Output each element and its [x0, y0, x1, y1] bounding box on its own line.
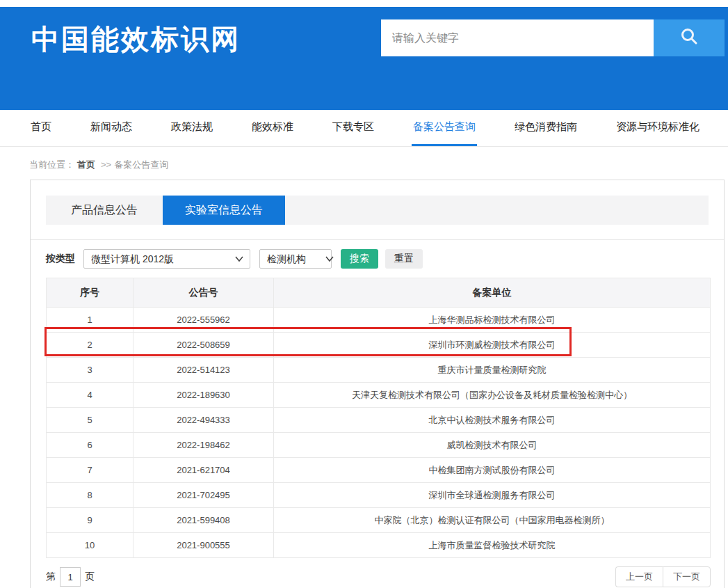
page-jump-suffix: 页	[85, 571, 95, 583]
cell-notice-no: 2022-189630	[134, 383, 274, 408]
cell-index: 4	[47, 383, 134, 408]
cell-index: 1	[47, 308, 134, 333]
page-number-input[interactable]	[60, 567, 81, 587]
cell-unit: 威凯检测技术有限公司	[274, 433, 711, 458]
table-row[interactable]: 72021-621704中检集团南方测试股份有限公司	[47, 458, 711, 483]
cell-unit: 上海华测品标检测技术有限公司	[274, 308, 711, 333]
cell-index: 7	[47, 458, 134, 483]
cell-notice-no: 2021-599408	[134, 508, 274, 533]
tab-lab-info[interactable]: 实验室信息公告	[163, 196, 285, 225]
table-row[interactable]: 92021-599408中家院（北京）检测认证有限公司（中国家用电器检测所）	[47, 508, 711, 533]
cell-index: 5	[47, 408, 134, 433]
cell-unit: 重庆市计量质量检测研究院	[274, 358, 711, 383]
section-divider	[31, 239, 724, 240]
table-row[interactable]: 32022-514123重庆市计量质量检测研究院	[47, 358, 711, 383]
cell-unit: 深圳市全球通检测服务有限公司	[274, 483, 711, 508]
breadcrumb-prefix: 当前位置：	[29, 159, 74, 170]
nav-item[interactable]: 首页	[29, 110, 53, 146]
breadcrumb-home-link[interactable]: 首页	[77, 159, 95, 170]
column-header-notice-no: 公告号	[134, 278, 274, 308]
breadcrumb-current: 备案公告查询	[114, 159, 168, 170]
pagination-row: 第 页 上一页 下一页	[46, 566, 711, 587]
page-jump-prefix: 第	[46, 571, 56, 583]
cell-notice-no: 2022-514123	[134, 358, 274, 383]
cell-notice-no: 2022-555962	[134, 308, 274, 333]
filter-type-label: 按类型	[46, 253, 75, 265]
nav-item[interactable]: 资源与环境标准化	[615, 110, 701, 146]
table-row[interactable]: 52022-494333北京中认检测技术服务有限公司	[47, 408, 711, 433]
nav-item[interactable]: 下载专区	[331, 110, 375, 146]
filter-row: 按类型 微型计算机 2012版 检测机构 搜索 重置	[46, 249, 709, 269]
table-row-highlighted[interactable]: 22022-508659深圳市环测威检测技术有限公司	[47, 333, 711, 358]
table-row[interactable]: 12022-555962上海华测品标检测技术有限公司	[47, 308, 711, 333]
top-strip	[0, 0, 728, 7]
breadcrumb: 当前位置：首页>>备案公告查询	[0, 147, 728, 180]
site-logo[interactable]: 中国能效标识网	[31, 18, 241, 60]
cell-index: 3	[47, 358, 134, 383]
cell-notice-no: 2022-494333	[134, 408, 274, 433]
category-select[interactable]: 微型计算机 2012版	[83, 249, 250, 269]
cell-index: 10	[47, 533, 134, 558]
pager-buttons: 上一页 下一页	[615, 566, 711, 587]
search-button[interactable]	[654, 19, 725, 56]
table-row[interactable]: 102021-900555上海市质量监督检验技术研究院	[47, 533, 711, 558]
cell-unit: 中家院（北京）检测认证有限公司（中国家用电器检测所）	[274, 508, 711, 533]
cell-unit: 上海市质量监督检验技术研究院	[274, 533, 711, 558]
content-panel: 产品信息公告 实验室信息公告 按类型 微型计算机 2012版 检测机构 搜索 重…	[30, 180, 725, 588]
cell-unit: 中检集团南方测试股份有限公司	[274, 458, 711, 483]
nav-item[interactable]: 新闻动态	[89, 110, 134, 146]
page-jump: 第 页	[46, 567, 95, 587]
cell-notice-no: 2021-621704	[134, 458, 274, 483]
table-row[interactable]: 62022-198462威凯检测技术有限公司	[47, 433, 711, 458]
next-page-button[interactable]: 下一页	[663, 566, 711, 587]
agency-select[interactable]: 检测机构	[259, 249, 332, 269]
tab-product-info[interactable]: 产品信息公告	[46, 196, 163, 225]
table-row[interactable]: 82021-702495深圳市全球通检测服务有限公司	[47, 483, 711, 508]
nav-item[interactable]: 绿色消费指南	[513, 110, 579, 146]
table-header-row: 序号 公告号 备案单位	[47, 278, 711, 308]
nav-item[interactable]: 政策法规	[170, 110, 214, 146]
cell-notice-no: 2021-702495	[134, 483, 274, 508]
cell-notice-no: 2022-198462	[134, 433, 274, 458]
cell-unit: 天津天复检测技术有限公司（国家办公设备及耗材质量检验检测中心）	[274, 383, 711, 408]
table-row[interactable]: 42022-189630天津天复检测技术有限公司（国家办公设备及耗材质量检验检测…	[47, 383, 711, 408]
column-header-unit: 备案单位	[274, 278, 711, 308]
header-search-group	[381, 19, 725, 56]
search-input[interactable]	[381, 19, 654, 56]
site-header: 中国能效标识网	[0, 7, 728, 110]
search-submit-button[interactable]: 搜索	[341, 249, 378, 269]
cell-notice-no: 2022-508659	[134, 333, 274, 358]
tab-bar: 产品信息公告 实验室信息公告	[46, 196, 709, 225]
cell-notice-no: 2021-900555	[134, 533, 274, 558]
prev-page-button[interactable]: 上一页	[615, 566, 663, 587]
cell-index: 2	[47, 333, 134, 358]
main-nav: 首页新闻动态政策法规能效标准下载专区备案公告查询绿色消费指南资源与环境标准化	[0, 110, 728, 147]
results-table-wrap: 序号 公告号 备案单位 12022-555962上海华测品标检测技术有限公司22…	[46, 278, 709, 558]
cell-index: 8	[47, 483, 134, 508]
breadcrumb-separator: >>	[101, 159, 111, 170]
cell-index: 9	[47, 508, 134, 533]
results-table: 序号 公告号 备案单位 12022-555962上海华测品标检测技术有限公司22…	[46, 278, 711, 558]
nav-item[interactable]: 能效标准	[250, 110, 295, 146]
search-icon	[679, 26, 699, 49]
nav-item[interactable]: 备案公告查询	[412, 110, 477, 146]
cell-unit: 深圳市环测威检测技术有限公司	[274, 333, 711, 358]
cell-index: 6	[47, 433, 134, 458]
column-header-index: 序号	[47, 278, 134, 308]
reset-button[interactable]: 重置	[385, 249, 423, 269]
cell-unit: 北京中认检测技术服务有限公司	[274, 408, 711, 433]
